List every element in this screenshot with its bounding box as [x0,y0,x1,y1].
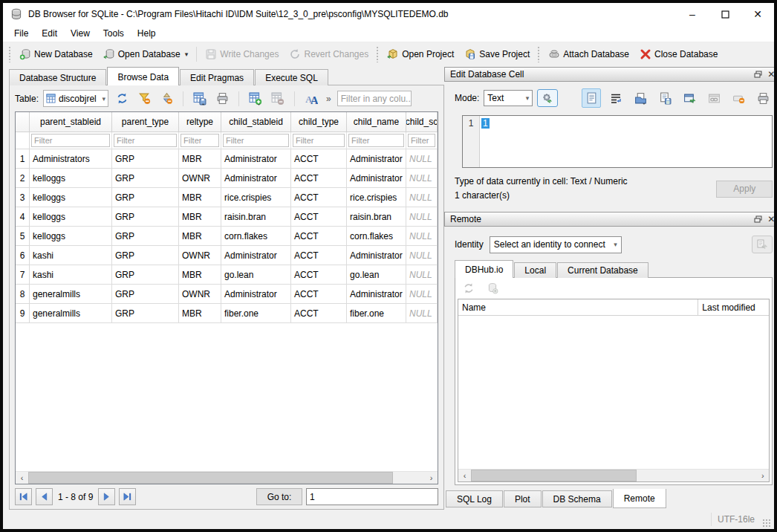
table-cell[interactable]: Administrator [221,149,291,169]
insert-record-button[interactable] [247,90,264,108]
scroll-right-arrow[interactable]: › [756,471,769,480]
toolbar-drag-handle[interactable] [376,46,380,62]
tab-current-database[interactable]: Current Database [557,262,648,278]
open-database-dropdown[interactable]: ▾ [185,51,189,58]
table-cell[interactable]: rice.crispies [347,188,406,207]
column-header-parent_stableid[interactable]: parent_stableid [30,112,112,132]
refresh-button[interactable] [113,90,131,108]
table-cell[interactable]: ACCT [291,304,347,323]
table-cell[interactable]: ACCT [291,188,347,207]
column-header-child_type[interactable]: child_type [291,112,347,132]
table-cell[interactable]: GRP [112,304,179,323]
scroll-track[interactable] [28,472,425,484]
save-table-button[interactable] [191,90,209,108]
table-cell[interactable]: fiber.one [221,304,291,323]
table-cell[interactable]: kelloggs [30,227,112,246]
table-cell[interactable]: ACCT [291,149,347,169]
toolbar-overflow-chevron[interactable]: » [325,94,333,104]
identity-select[interactable]: Select an identity to connect ▾ [490,236,622,253]
table-cell[interactable]: ACCT [291,169,347,188]
tab-browse-data[interactable]: Browse Data [107,67,179,85]
close-button[interactable]: ✕ [741,3,774,25]
column-filter-input-parent_stableid[interactable] [31,134,110,147]
table-cell[interactable]: GRP [112,246,179,265]
table-cell[interactable]: MBR [179,227,221,246]
menu-help[interactable]: Help [131,26,163,41]
table-cell[interactable]: NULL [406,188,438,207]
goto-input[interactable]: 1 [306,488,438,505]
row-number[interactable]: 3 [16,188,30,207]
row-number[interactable]: 1 [16,149,30,169]
open-database-button[interactable]: Open Database ▾ [98,45,194,63]
table-cell[interactable]: generalmills [30,304,112,323]
export-cell-button[interactable] [655,88,674,108]
last-page-button[interactable] [119,488,136,505]
column-filter-input-child_sc[interactable] [408,134,435,147]
print-font-button[interactable]: AA [302,90,320,108]
filter-any-column-input[interactable]: Filter in any colu... [337,91,412,106]
tab-execute-sql[interactable]: Execute SQL [255,69,328,85]
set-null-button[interactable] [729,88,748,108]
word-wrap-button[interactable] [606,88,625,108]
remote-list-scrollbar[interactable]: ‹ › [458,469,769,481]
table-cell[interactable]: kashi [30,246,112,265]
table-cell[interactable]: OWNR [179,169,221,188]
text-mode-button[interactable] [582,88,601,108]
table-cell[interactable]: ACCT [291,265,347,285]
menu-file[interactable]: File [7,26,35,41]
auto-apply-button[interactable] [537,89,558,107]
table-cell[interactable]: fiber.one [347,304,406,323]
table-cell[interactable]: Administrator [347,169,406,188]
scroll-left-arrow[interactable]: ‹ [16,473,28,482]
print-table-button[interactable] [213,90,231,108]
table-cell[interactable]: Administrator [221,169,291,188]
upload-database-button[interactable] [752,236,773,253]
next-page-button[interactable] [98,488,115,505]
table-cell[interactable]: NULL [406,265,438,285]
table-cell[interactable]: corn.flakes [347,227,406,246]
table-cell[interactable]: NULL [406,304,438,323]
table-select[interactable]: discobjrel ▾ [43,90,108,107]
grid-horizontal-scrollbar[interactable]: ‹ › [16,471,438,484]
open-project-button[interactable]: Open Project [382,45,459,63]
table-cell[interactable]: NULL [406,207,438,227]
table-cell[interactable]: go.lean [347,265,406,285]
row-number[interactable]: 7 [16,265,30,285]
first-page-button[interactable] [15,488,32,505]
scroll-track[interactable] [471,470,756,481]
revert-changes-button[interactable]: Revert Changes [284,45,374,63]
table-cell[interactable]: rice.crispies [221,188,291,207]
clear-sorting-button[interactable] [157,90,175,108]
table-cell[interactable]: NULL [406,149,438,169]
table-cell[interactable]: GRP [112,227,179,246]
table-cell[interactable]: generalmills [30,285,112,304]
table-cell[interactable]: OWNR [179,246,221,265]
column-header-name[interactable]: Name [458,299,698,315]
table-cell[interactable]: ACCT [291,227,347,246]
delete-record-button[interactable] [269,90,287,108]
table-cell[interactable]: Administrator [221,246,291,265]
table-cell[interactable]: OWNR [179,285,221,304]
scroll-thumb[interactable] [28,472,393,484]
scroll-thumb[interactable] [471,470,637,481]
maximize-button[interactable] [709,3,741,25]
table-cell[interactable]: ACCT [291,246,347,265]
remote-refresh-button[interactable] [460,279,478,297]
table-cell[interactable]: MBR [179,149,221,169]
menu-tools[interactable]: Tools [97,26,131,41]
toolbar-drag-handle[interactable] [8,46,12,62]
remote-list-body[interactable] [458,316,769,469]
minimize-button[interactable]: – [676,3,709,25]
table-cell[interactable]: kashi [30,265,112,285]
clear-filters-button[interactable] [135,90,153,108]
table-cell[interactable]: Administrator [221,285,291,304]
table-cell[interactable]: ACCT [291,207,347,227]
close-dock-icon[interactable]: ✕ [764,68,777,80]
row-number[interactable]: 6 [16,246,30,265]
table-cell[interactable]: corn.flakes [221,227,291,246]
row-number[interactable]: 5 [16,227,30,246]
table-cell[interactable]: kelloggs [30,207,112,227]
table-cell[interactable]: Administrator [347,246,406,265]
write-changes-button[interactable]: Write Changes [200,45,284,63]
save-project-button[interactable]: Save Project [459,45,535,63]
